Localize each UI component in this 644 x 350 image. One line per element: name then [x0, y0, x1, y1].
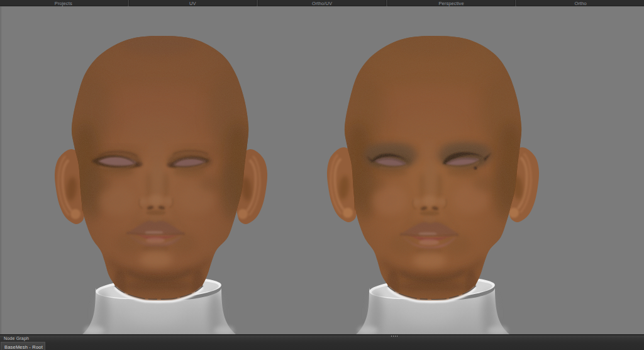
tab-perspective[interactable]: Perspective — [388, 0, 515, 6]
tab-ortho-uv[interactable]: Ortho/UV — [258, 0, 386, 6]
node-basemesh-root[interactable]: BaseMesh - Root — [1, 342, 45, 350]
application-window: Projects UV Ortho/UV Perspective Ortho — [0, 0, 644, 350]
tab-projects[interactable]: Projects — [0, 0, 127, 6]
viewport-tab-bar: Projects UV Ortho/UV Perspective Ortho — [0, 0, 644, 6]
node-graph-title: Node Graph — [4, 336, 29, 341]
3d-viewport[interactable] — [0, 6, 644, 334]
tab-ortho[interactable]: Ortho — [517, 0, 644, 6]
face-shading-left — [70, 31, 253, 301]
face-shading-right — [343, 31, 526, 301]
head-model-left[interactable] — [55, 31, 267, 334]
tab-uv[interactable]: UV — [130, 0, 257, 6]
head-model-right[interactable] — [327, 31, 539, 334]
node-graph-panel: Node Graph BaseMesh - Root — [0, 334, 644, 350]
scene-render — [0, 6, 644, 334]
panel-splitter-grip[interactable] — [391, 336, 399, 337]
